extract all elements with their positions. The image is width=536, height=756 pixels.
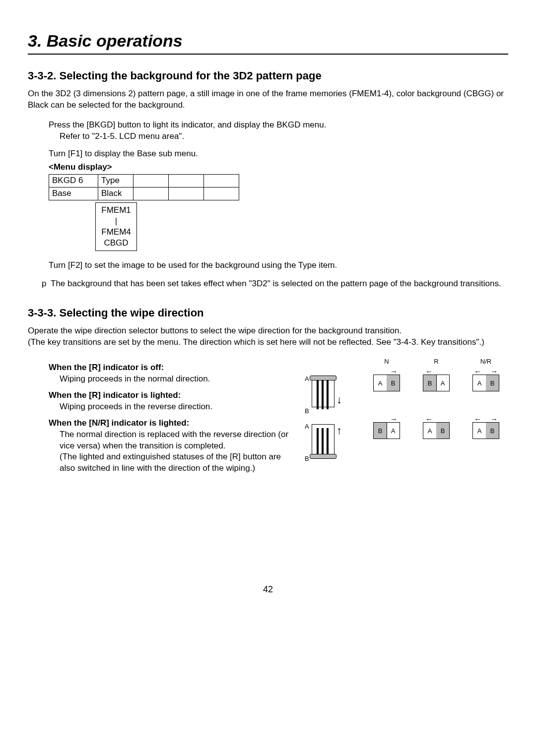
section-332-heading: 3-3-2. Selecting the background for the … [28,68,508,83]
menu-cell: Base [49,188,98,200]
label-b: B [305,454,309,463]
wipe-direction-diagram: N R N/R A B ↓ → A B ← [305,357,508,461]
lever-icon: A B ↑ [305,422,349,461]
diag-header-r: R [414,357,459,366]
box-a: A [374,375,387,391]
label-a: A [305,422,309,431]
box-b: B [436,423,449,439]
note-symbol: p [42,278,51,290]
transition-box: ← A B [423,422,450,439]
box-a: A [387,423,400,439]
section-332-intro: On the 3D2 (3 dimensions 2) pattern page… [28,88,508,111]
page-number: 42 [28,583,508,595]
right-arrow-icon: → [490,415,498,423]
menu-cell [134,188,169,200]
chapter-title: 3. Basic operations [28,30,508,55]
step-3: Turn [F2] to set the image to be used fo… [49,260,508,271]
box-a: A [473,375,486,391]
box-b: B [387,375,400,391]
cond3-text2: (The lighted and extinguished statuses o… [60,451,295,474]
type-option: CBGD [97,238,135,249]
step-1a: Press the [BKGD] button to light its ind… [49,120,508,131]
box-b: B [486,423,499,439]
right-arrow-icon: → [390,368,398,375]
cond1-title: When the [R] indicator is off: [49,362,295,374]
box-b: B [486,375,499,391]
left-arrow-icon: ← [425,415,433,423]
up-arrow-icon: ↑ [336,425,342,436]
box-a: A [473,423,486,439]
right-arrow-icon: → [390,415,398,423]
menu-display-table: BKGD 6 Type Base Black [49,174,239,200]
note-text: The background that has been set takes e… [51,278,501,290]
transition-box: ← → A B [472,375,499,391]
menu-cell [134,175,169,188]
label-b: B [305,407,309,416]
diag-header-blank [305,357,359,366]
diag-header-n: N [364,357,409,366]
menu-cell [169,188,204,200]
transition-box: ← B A [423,375,450,391]
label-a: A [305,375,309,383]
left-arrow-icon: ← [474,415,481,423]
cond3-title: When the [N/R] indicator is lighted: [49,418,295,429]
right-arrow-icon: → [490,368,498,375]
box-b: B [374,423,387,439]
diag-header-nr: N/R [464,357,508,366]
section-333-heading: 3-3-3. Selecting the wipe direction [28,306,508,320]
left-arrow-icon: ← [474,368,481,375]
menu-cell: Type [98,175,134,188]
menu-cell [169,175,204,188]
type-options-box: FMEM1 | FMEM4 CBGD [95,202,137,251]
box-a: A [423,423,437,439]
lever-icon: A B ↓ [305,375,349,413]
type-option: | [97,216,135,227]
cond3-text1: The normal direction is replaced with th… [60,429,295,452]
menu-cell [204,188,239,200]
menu-cell: BKGD 6 [49,175,98,188]
transition-box: ← → A B [472,422,499,439]
type-option: FMEM1 [97,205,135,216]
transition-box: → A B [373,375,400,391]
cond2-title: When the [R] indicator is lighted: [49,390,295,401]
step-2: Turn [F1] to display the Base sub menu. [49,148,508,160]
cond1-text: Wiping proceeds in the normal direction. [60,374,295,385]
box-a: A [436,375,449,391]
menu-cell: Black [98,188,134,200]
menu-display-label: <Menu display> [49,162,508,173]
down-arrow-icon: ↓ [336,394,342,405]
transition-box: → B A [373,422,400,439]
type-option: FMEM4 [97,227,135,238]
cond2-text: Wiping proceeds in the reverse direction… [60,401,295,413]
note-332: p The background that has been set takes… [42,278,508,290]
section-333-intro: Operate the wipe direction selector butt… [28,325,508,348]
box-b: B [423,375,437,391]
left-arrow-icon: ← [425,368,433,375]
step-1b: Refer to "2-1-5. LCD menu area". [60,131,508,142]
menu-cell [204,175,239,188]
